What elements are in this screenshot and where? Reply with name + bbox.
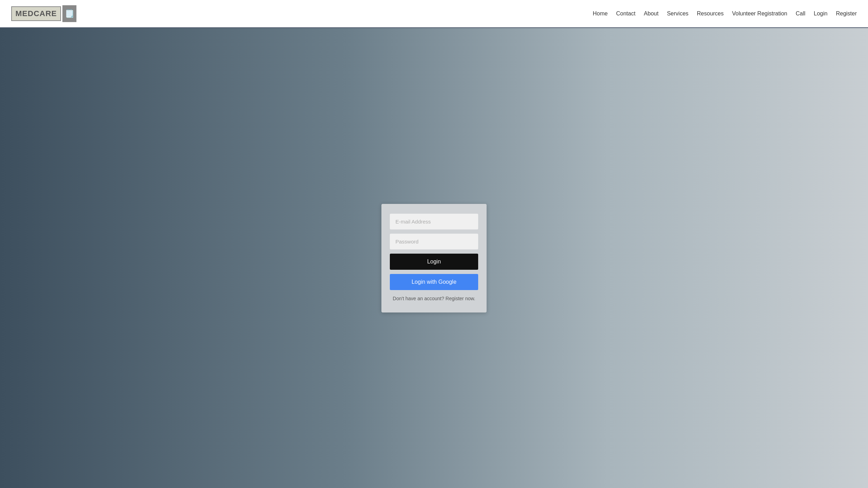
logo: MEDCARE 🗒️ bbox=[11, 5, 76, 22]
main-content: Login Login with Google Don't have an ac… bbox=[0, 28, 868, 488]
register-prompt: Don't have an account? Register now. bbox=[390, 296, 478, 301]
nav-item-contact[interactable]: Contact bbox=[616, 11, 635, 17]
nav-contact-link[interactable]: Contact bbox=[616, 11, 635, 16]
nav-item-services[interactable]: Services bbox=[667, 11, 688, 17]
nav-services-link[interactable]: Services bbox=[667, 11, 688, 16]
nav-login-link[interactable]: Login bbox=[814, 11, 827, 16]
password-input[interactable] bbox=[390, 234, 478, 249]
email-input[interactable] bbox=[390, 214, 478, 229]
nav-about-link[interactable]: About bbox=[644, 11, 659, 16]
nav-item-resources[interactable]: Resources bbox=[697, 11, 724, 17]
nav-resources-link[interactable]: Resources bbox=[697, 11, 724, 16]
nav-item-home[interactable]: Home bbox=[593, 11, 608, 17]
navbar: MEDCARE 🗒️ Home Contact About Services R… bbox=[0, 0, 868, 28]
login-card: Login Login with Google Don't have an ac… bbox=[381, 204, 487, 312]
nav-call-link[interactable]: Call bbox=[796, 11, 806, 16]
google-login-button[interactable]: Login with Google bbox=[390, 274, 478, 290]
nav-home-link[interactable]: Home bbox=[593, 11, 608, 16]
nav-volunteer-link[interactable]: Volunteer Registration bbox=[732, 11, 787, 16]
logo-text: MEDCARE bbox=[11, 6, 61, 21]
nav-item-register[interactable]: Register bbox=[836, 11, 857, 17]
nav-item-volunteer[interactable]: Volunteer Registration bbox=[732, 11, 787, 17]
nav-links: Home Contact About Services Resources Vo… bbox=[593, 11, 857, 17]
logo-icon: 🗒️ bbox=[62, 5, 76, 22]
login-button[interactable]: Login bbox=[390, 254, 478, 270]
register-link[interactable]: Register now. bbox=[446, 296, 475, 301]
nav-item-about[interactable]: About bbox=[644, 11, 659, 17]
nav-register-link[interactable]: Register bbox=[836, 11, 857, 16]
nav-item-call[interactable]: Call bbox=[796, 11, 806, 17]
nav-item-login[interactable]: Login bbox=[814, 11, 827, 17]
